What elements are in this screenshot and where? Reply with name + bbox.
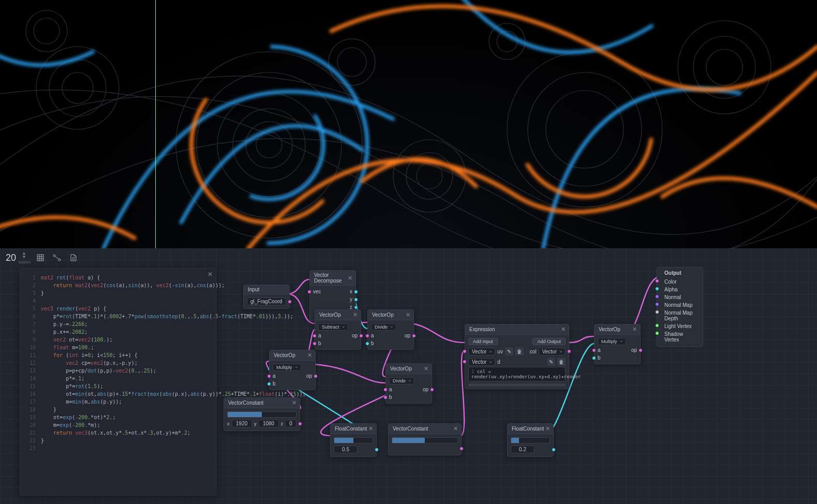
port-in[interactable] xyxy=(655,331,659,335)
port-out[interactable] xyxy=(288,300,292,304)
svg-point-14 xyxy=(417,163,442,189)
port-label: b xyxy=(273,381,276,387)
op-dropdown[interactable]: Divide xyxy=(371,323,396,331)
toolbar-file-icon[interactable] xyxy=(67,251,80,264)
port-in[interactable] xyxy=(307,290,311,294)
close-icon[interactable]: ✕ xyxy=(368,425,373,432)
spinner-down-icon[interactable]: ▼ xyxy=(22,255,26,259)
node-float-constant-2[interactable]: FloatConstant✕ 0.2 xyxy=(507,423,554,457)
node-vectorop-subtract[interactable]: VectorOp✕ Subtract aop b xyxy=(315,309,361,350)
port-in[interactable] xyxy=(463,360,467,364)
port-in[interactable] xyxy=(655,287,659,291)
in2-type-dropdown[interactable]: Vector xyxy=(468,358,495,366)
port-out[interactable] xyxy=(314,374,318,378)
shader-preview[interactable] xyxy=(0,0,817,248)
node-vectorop-divide-2[interactable]: VectorOp✕ Divide aop b xyxy=(385,363,432,404)
delete-icon[interactable]: 🗑 xyxy=(515,347,524,355)
scrollbar[interactable] xyxy=(468,383,566,387)
port-in[interactable] xyxy=(655,294,659,299)
port-out[interactable] xyxy=(430,388,434,392)
port-in[interactable] xyxy=(592,348,596,352)
port-in[interactable] xyxy=(267,374,271,378)
node-expression[interactable]: Expression✕ Add Input Add Output Vector … xyxy=(465,324,569,389)
close-icon[interactable]: ✕ xyxy=(292,399,296,406)
close-icon[interactable]: ✕ xyxy=(348,275,352,281)
svg-point-18 xyxy=(26,10,67,52)
node-output[interactable]: Output Color Alpha Normal Normal Map Nor… xyxy=(657,267,703,347)
svg-point-11 xyxy=(546,91,623,168)
port-out[interactable] xyxy=(354,305,358,309)
node-vectorop-multiply[interactable]: VectorOp✕ Multiply aop b xyxy=(269,350,316,390)
port-in[interactable] xyxy=(655,323,659,328)
add-output-button[interactable]: Add Output xyxy=(532,338,566,345)
svg-point-9 xyxy=(507,52,662,207)
out-type-dropdown[interactable]: Vector xyxy=(539,348,566,355)
toolbar-grid-icon[interactable] xyxy=(34,251,47,264)
node-vectorop-divide-1[interactable]: VectorOp✕ Divide aop b xyxy=(367,309,414,350)
port-out[interactable] xyxy=(638,348,643,352)
op-dropdown[interactable]: Multiply xyxy=(598,338,626,345)
close-icon[interactable]: ✕ xyxy=(406,312,410,318)
edit-icon[interactable]: ✎ xyxy=(505,347,513,355)
port-out[interactable] xyxy=(412,334,416,338)
port-label: op xyxy=(306,373,312,379)
code-editor[interactable]: 1mat2 rot(float a) {2 return mat2(vec2(c… xyxy=(20,269,216,457)
expression-code-panel[interactable]: ✕ 1mat2 rot(float a) {2 return mat2(vec2… xyxy=(20,268,216,496)
port-out[interactable] xyxy=(298,422,302,426)
port-in[interactable] xyxy=(365,342,369,346)
preview-guide-line xyxy=(155,0,156,248)
value[interactable]: 0.2 xyxy=(511,446,534,453)
edit-icon[interactable]: ✎ xyxy=(547,358,555,366)
port-out[interactable] xyxy=(459,447,464,451)
node-vector-constant-1[interactable]: VectorConstant✕ x1920 y1080 z0 xyxy=(224,397,300,431)
close-icon[interactable]: ✕ xyxy=(561,326,566,333)
port-in[interactable] xyxy=(463,349,467,353)
close-icon[interactable]: ✕ xyxy=(545,425,550,432)
op-dropdown[interactable]: Divide xyxy=(389,377,414,384)
slider[interactable] xyxy=(334,437,373,443)
toolbar-number[interactable]: 20 xyxy=(3,253,19,263)
slider[interactable] xyxy=(227,411,296,418)
in-type-dropdown[interactable]: Vector xyxy=(468,348,495,355)
port-in[interactable] xyxy=(655,302,659,306)
port-out[interactable] xyxy=(375,448,379,452)
value-x[interactable]: 1920 xyxy=(232,420,252,427)
port-out[interactable] xyxy=(354,298,358,302)
node-graph-panel[interactable]: 20 ▲ ▼ ession ✕ 1mat2 rot(float a) {2 re… xyxy=(0,248,817,504)
port-out[interactable] xyxy=(359,334,363,338)
port-out[interactable] xyxy=(354,290,358,294)
close-icon[interactable]: ✕ xyxy=(632,326,637,333)
port-in[interactable] xyxy=(655,279,659,283)
port-out[interactable] xyxy=(552,448,556,452)
close-icon[interactable]: ✕ xyxy=(207,271,213,278)
value[interactable]: 0.5 xyxy=(334,446,358,453)
input-source-dropdown[interactable]: gl_FragCoord xyxy=(247,298,286,305)
expression-code[interactable]: 1 col = render(uv.xy)+render(uv.xy+d.xy)… xyxy=(468,367,566,381)
node-float-constant-1[interactable]: FloatConstant✕ 0.5 xyxy=(330,423,377,457)
close-icon[interactable]: ✕ xyxy=(424,365,428,372)
slider[interactable] xyxy=(511,437,550,443)
port-in[interactable] xyxy=(592,356,596,360)
close-icon[interactable]: ✕ xyxy=(353,312,358,318)
node-input[interactable]: Input gl_FragCoord xyxy=(243,285,290,309)
port-in[interactable] xyxy=(267,382,271,386)
port-out[interactable] xyxy=(567,349,571,353)
port-in[interactable] xyxy=(365,334,369,338)
port-in[interactable] xyxy=(313,334,317,338)
port-in[interactable] xyxy=(655,310,659,314)
close-icon[interactable]: ✕ xyxy=(307,352,312,359)
toolbar-connect-icon[interactable] xyxy=(50,251,64,264)
add-input-button[interactable]: Add Input xyxy=(468,338,498,345)
node-vector-constant-2[interactable]: VectorConstant✕ xyxy=(388,423,462,455)
port-in[interactable] xyxy=(313,342,317,346)
node-vectorop-multiply-2[interactable]: VectorOp✕ Multiply aop b xyxy=(594,324,641,364)
close-icon[interactable]: ✕ xyxy=(453,425,458,432)
port-in[interactable] xyxy=(383,388,388,392)
slider[interactable] xyxy=(392,437,458,443)
value-z[interactable]: 0 xyxy=(285,420,296,427)
op-dropdown[interactable]: Subtract xyxy=(318,323,348,331)
op-dropdown[interactable]: Multiply xyxy=(273,364,301,371)
delete-icon[interactable]: 🗑 xyxy=(557,358,566,366)
value-y[interactable]: 1080 xyxy=(258,420,278,427)
port-in[interactable] xyxy=(383,395,388,399)
